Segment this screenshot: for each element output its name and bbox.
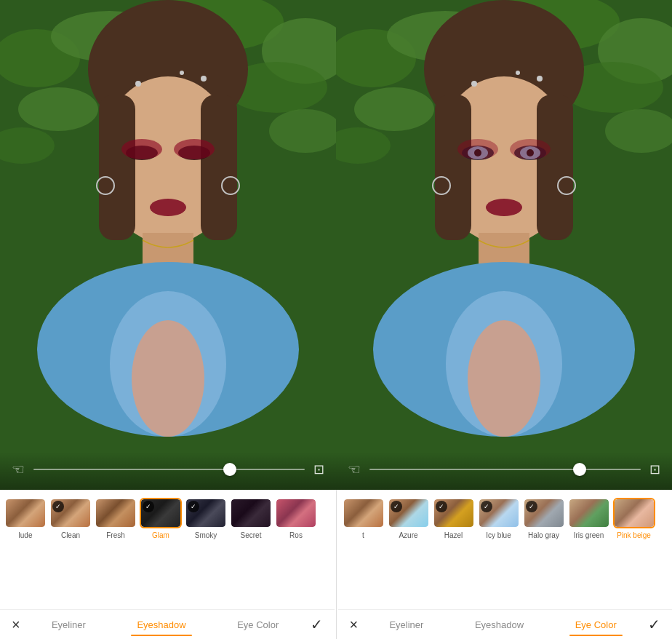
swatch-label-smoky: Smoky [195,531,217,539]
bottom-panel-left: lude ✓ Clean Fresh ✓ [0,490,335,639]
svg-point-54 [486,199,522,216]
tab-eyeliner-right[interactable]: Eyeliner [383,616,429,633]
svg-point-22 [150,199,186,216]
swatch-label-ros: Ros [289,531,303,539]
svg-point-26 [180,71,184,75]
swatch-item-clean[interactable]: ✓ Clean [49,498,92,539]
svg-point-45 [468,320,540,437]
svg-point-25 [135,81,141,87]
svg-point-17 [132,320,204,437]
hand-icon-right: ☜ [348,461,361,478]
swatch-item-smoky[interactable]: ✓ Smoky [185,498,227,539]
svg-rect-41 [537,95,573,240]
tabs-left: Eyeliner Eyeshadow Eye Color [26,616,305,633]
tab-eyecolor-left[interactable]: Eye Color [231,616,284,633]
confirm-button-left[interactable]: ✓ [311,616,323,633]
tab-bar-right: × Eyeliner Eyeshadow Eye Color ✓ [338,609,673,639]
left-photo-controls: ☜ ⊡ [0,452,336,490]
tabs-right: Eyeliner Eyeshadow Eye Color [364,616,642,633]
check-overlay-icy-blue: ✓ [481,501,492,512]
tab-eyeshadow-right[interactable]: Eyeshadow [469,616,529,633]
slider-thumb-left[interactable] [223,463,236,476]
svg-point-59 [537,76,543,82]
photos-row: ☜ ⊡ [0,0,672,490]
slider-thumb-right[interactable] [573,463,586,476]
check-overlay-hazel: ✓ [436,501,447,512]
check-overlay-halo-gray: ✓ [526,501,537,512]
panel-divider [336,490,337,639]
swatch-label-secret: Secret [241,531,262,539]
check-overlay-clean: ✓ [52,501,64,512]
swatch-label-azure: Azure [399,531,417,539]
bottom-panel-right: t ✓ Azure ✓ Hazel [338,490,673,639]
swatch-item-secret[interactable]: Secret [230,498,272,539]
photo-panel-right: ☜ ⊡ [336,0,672,490]
svg-point-53 [510,139,551,159]
tab-eyecolor-right[interactable]: Eye Color [569,616,623,633]
swatch-label-glam: Glam [152,531,169,539]
svg-point-20 [121,139,162,159]
swatch-item-iris-green[interactable]: Iris green [568,498,610,539]
photo-panel-left: ☜ ⊡ [0,0,336,490]
swatch-item-glam[interactable]: ✓ Glam [140,498,182,539]
svg-rect-40 [435,95,471,240]
swatch-item-hazel[interactable]: ✓ Hazel [433,498,475,539]
svg-rect-12 [99,95,135,240]
swatch-label-exclude: lude [19,531,33,539]
swatch-label-fresh: Fresh [106,531,125,539]
compare-icon-left: ⊡ [313,461,324,477]
swatch-label-icy-blue: Icy blue [486,531,511,539]
tab-eyeshadow-left[interactable]: Eyeshadow [131,616,191,633]
swatch-label-pink-beige: Pink beige [617,531,651,539]
swatch-item-exclude[interactable]: lude [4,498,47,539]
tab-bar-left: × Eyeliner Eyeshadow Eye Color ✓ [0,609,335,639]
compare-icon-right: ⊡ [649,461,660,477]
svg-point-27 [201,76,207,82]
confirm-button-right[interactable]: ✓ [648,616,660,633]
swatch-label-hazel: Hazel [444,531,463,539]
hand-icon-left: ☜ [12,461,25,478]
svg-point-52 [457,139,498,159]
svg-point-57 [471,81,477,87]
close-button-right[interactable]: × [350,616,359,633]
check-overlay-azure: ✓ [391,501,402,512]
swatch-label-iris-green: Iris green [574,531,604,539]
swatch-label-clean: Clean [61,531,80,539]
bottom-panels: lude ✓ Clean Fresh ✓ [0,490,672,639]
slider-track-left[interactable] [33,469,305,470]
swatch-label-halo-gray: Halo gray [528,531,559,539]
close-button-left[interactable]: × [12,616,20,633]
check-overlay-glam: ✓ [143,501,154,512]
swatch-item-t[interactable]: t [343,498,385,539]
svg-point-21 [174,139,215,159]
swatch-item-pink-beige[interactable]: Pink beige [613,498,655,539]
swatch-item-fresh[interactable]: Fresh [95,498,137,539]
swatch-item-halo-gray[interactable]: ✓ Halo gray [523,498,565,539]
swatch-item-azure[interactable]: ✓ Azure [388,498,430,539]
slider-track-right[interactable] [369,469,641,470]
swatch-item-ros[interactable]: Ros [275,498,317,539]
swatches-row-left: lude ✓ Clean Fresh ✓ [0,491,335,542]
swatches-row-right: t ✓ Azure ✓ Hazel [338,491,673,542]
right-photo-controls: ☜ ⊡ [336,452,672,490]
svg-rect-13 [201,95,237,240]
svg-point-6 [18,87,98,131]
swatch-label-t: t [362,531,364,539]
svg-point-58 [516,71,520,75]
tab-eyeliner-left[interactable]: Eyeliner [46,616,92,633]
svg-point-34 [354,87,434,131]
swatch-item-icy-blue[interactable]: ✓ Icy blue [478,498,520,539]
check-overlay-smoky: ✓ [188,501,199,512]
